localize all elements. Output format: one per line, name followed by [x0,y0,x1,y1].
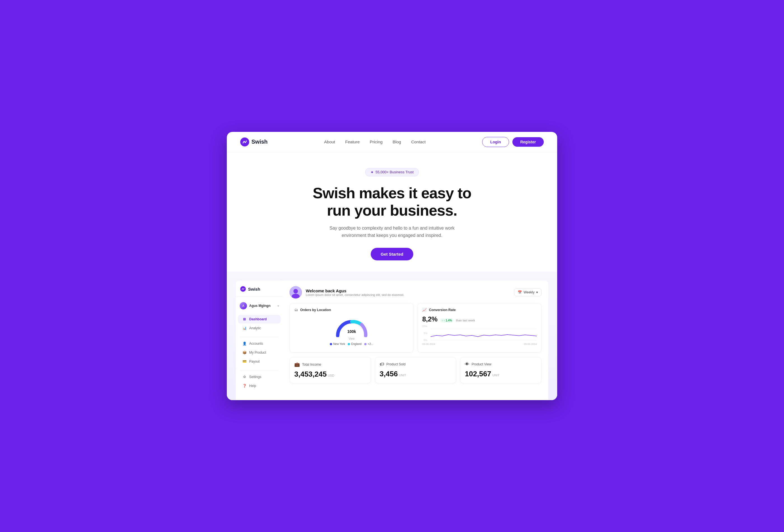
avatar: A [240,302,247,309]
hero-title-line1: Swish makes it easy to [313,185,471,201]
gauge-chart: 100k View New York England [294,315,409,348]
sold-value: 3,456 UNIT [380,370,452,378]
england-dot [348,343,350,345]
sidebar-item-label: Payout [249,360,259,363]
legend-others: +2... [364,342,373,345]
product-sold-icon: 🏷 [380,362,384,367]
legend-new-york: New York [330,342,345,345]
logo[interactable]: Swish [240,138,268,146]
sidebar-item-label: Help [249,384,256,388]
nav-pricing[interactable]: Pricing [370,139,383,144]
line-chart: 25% 5% 0% [422,325,537,344]
nav-blog[interactable]: Blog [393,139,401,144]
line-chart-svg [431,325,537,342]
welcome-subtitle: Lorem ipsum dolor sit amet, consectetur … [306,293,404,297]
sidebar-item-dashboard[interactable]: ⊞ Dashboard [238,315,281,324]
nav-contact[interactable]: Contact [411,139,426,144]
register-button[interactable]: Register [512,137,544,147]
sidebar-item-analytic[interactable]: 📊 Analytic [238,324,281,332]
get-started-button[interactable]: Get Started [371,248,414,260]
sidebar-user[interactable]: A Agus MgIngn ▾ [236,300,283,312]
sold-title: Product Sold [386,362,406,366]
nav-about[interactable]: About [324,139,335,144]
legend-england-label: England [351,342,362,345]
views-title: Product View [472,362,491,366]
gauge-svg: 100k [334,317,370,337]
weekly-selector[interactable]: 📅 Weekly ▾ [514,288,541,296]
stats-row: 💼 Total Income 3,453,245 USD 🏷 Product S… [289,357,541,383]
settings-icon: ⚙ [243,375,246,379]
product-icon: 📦 [243,351,246,355]
stat-card-income: 💼 Total Income 3,453,245 USD [289,357,371,383]
product-view-icon: 👁 [465,362,469,367]
y-axis-25: 25% [422,325,427,328]
rate-change: ↑ 1.4% [444,319,452,322]
legend-england: England [348,342,362,345]
sidebar-divider-1 [240,337,278,337]
rate-badge: ↑ ↑ 1.4% [440,318,454,323]
views-number: 102,567 [465,370,491,378]
views-value: 102,567 UNIT [465,370,537,378]
orders-by-location-card: 🗂 Orders by Location [289,303,414,353]
hero-title-line2: run your business. [327,202,457,219]
trust-badge-text: 55,000+ Business Trust [375,170,414,174]
conversion-rate-card: 📈 Conversion Rate 8,2% ↑ ↑ 1.4% than las… [418,303,541,353]
chevron-down-icon: ▾ [278,304,279,307]
period-label: Weekly [524,290,534,294]
rate-change-label: than last week [456,319,475,322]
sold-unit: UNIT [399,373,406,377]
welcome-greeting: Welcome back Agus [306,288,404,293]
dashboard-preview: Swish A Agus MgIngn ▾ ⊞ Dashboard 📊 Anal… [227,272,557,400]
income-number: 3,453,245 [294,370,327,379]
sidebar-item-help[interactable]: ❓ Help [238,382,281,390]
legend-new-york-label: New York [333,342,345,345]
sidebar-secondary-menu: 👤 Accounts 📦 My Product 💳 Payout [236,339,283,366]
sidebar-item-label: Accounts [249,342,263,345]
nav-actions: Login Register [482,137,544,147]
sidebar: Swish A Agus MgIngn ▾ ⊞ Dashboard 📊 Anal… [236,281,283,400]
stat-header-sold: 🏷 Product Sold [380,362,452,367]
welcome-text: Welcome back Agus Lorem ipsum dolor sit … [306,288,404,297]
income-icon: 💼 [294,362,300,367]
conversion-value: 8,2% [422,315,438,323]
stat-header-income: 💼 Total Income [294,362,366,367]
trend-up-icon: ↑ [442,319,443,322]
svg-point-3 [293,289,298,293]
stat-header-views: 👁 Product View [465,362,537,367]
orders-icon: 🗂 [294,308,298,312]
nav-feature[interactable]: Feature [345,139,360,144]
hero-subtitle: Say goodbye to complexity and hello to a… [325,225,459,239]
sidebar-item-payout[interactable]: 💳 Payout [238,357,281,366]
income-value: 3,453,245 USD [294,370,366,379]
income-unit: USD [328,374,334,377]
sidebar-item-label: Analytic [249,326,261,330]
views-unit: UNIT [492,373,500,377]
sidebar-item-label: Dashboard [249,317,267,321]
cards-row: 🗂 Orders by Location [289,303,541,353]
gauge-label: View [348,337,355,340]
conversion-card-title: Conversion Rate [429,308,455,312]
chart-dates: 09-06-2024 09-06-2024 [422,343,537,345]
sidebar-item-label: Settings [249,375,261,379]
y-axis-0: 0% [422,339,427,342]
gauge-legend: New York England +2... [330,342,373,345]
legend-others-label: +2... [368,342,373,345]
sold-number: 3,456 [380,370,398,378]
sidebar-main-menu: ⊞ Dashboard 📊 Analytic [236,315,283,332]
sidebar-item-my-product[interactable]: 📦 My Product [238,348,281,357]
sidebar-brand-name: Swish [248,287,260,291]
svg-text:100k: 100k [347,329,356,334]
others-dot [364,343,366,345]
sidebar-logo: Swish [236,286,283,297]
login-button[interactable]: Login [482,137,509,147]
chart-date-end: 09-06-2024 [524,343,537,345]
sidebar-item-accounts[interactable]: 👤 Accounts [238,339,281,348]
sidebar-tertiary-menu: ⚙ Settings ❓ Help [236,373,283,390]
sparkle-icon: ✦ [370,170,374,174]
card-header-orders: 🗂 Orders by Location [294,308,409,312]
navbar: Swish About Feature Pricing Blog Contact… [227,132,557,152]
help-icon: ❓ [243,384,246,388]
trust-badge: ✦ 55,000+ Business Trust [365,168,419,176]
sidebar-item-settings[interactable]: ⚙ Settings [238,373,281,381]
calendar-icon: 📅 [518,290,522,294]
